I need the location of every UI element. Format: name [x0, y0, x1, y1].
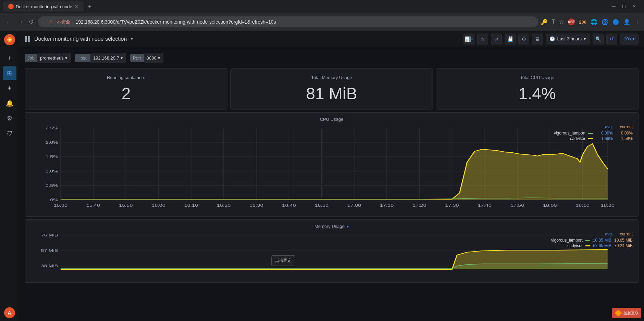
user-avatar[interactable]: A — [4, 307, 15, 318]
refresh-icon-button[interactable]: ↺ — [606, 34, 617, 44]
svg-text:18:10: 18:10 — [575, 203, 590, 207]
running-containers-value: 2 — [122, 84, 131, 103]
svg-text:38 MiB: 38 MiB — [41, 264, 58, 268]
watermark: 🔶 创新互联 — [612, 308, 641, 318]
active-tab[interactable]: Docker monitoring with node × — [3, 1, 84, 12]
address-input[interactable]: ⚠ 不安全 | 192.168.20.6:3000/d/TVvbeZ0Zk/do… — [38, 16, 538, 27]
memory-usage-panel: Total Memory Usage 81 MiB — [230, 68, 433, 110]
extension-icon-1[interactable]: 🌐 — [591, 19, 597, 25]
dashboard-dropdown-arrow[interactable]: ▾ — [131, 37, 133, 41]
port-select[interactable]: 8080 ▾ — [144, 53, 163, 63]
save-icon: 💾 — [507, 36, 513, 42]
grafana-app: + ⊞ ✦ 🔔 ⚙ 🛡 A — [0, 31, 644, 321]
forward-button[interactable]: → — [16, 17, 25, 27]
legend-avg-vigorous: 0.09% — [596, 131, 613, 136]
memory-legend-color-vigorous — [585, 240, 590, 241]
refresh-interval-button[interactable]: 10s ▾ — [620, 34, 639, 44]
legend-header: avg current — [544, 125, 633, 129]
search-button[interactable]: 🔍 — [593, 34, 604, 44]
refresh-interval-label: 10s — [624, 36, 631, 41]
memory-usage-value: 81 MiB — [306, 84, 357, 103]
legend-current-vigorous: 0.09% — [616, 131, 633, 136]
watermark-icon: 🔶 — [615, 309, 622, 317]
legend-color-vigorous — [588, 133, 593, 134]
host-dropdown-arrow: ▾ — [121, 55, 123, 61]
svg-text:17:50: 17:50 — [510, 203, 524, 207]
time-range-label: Last 3 hours — [557, 36, 582, 41]
close-button[interactable]: × — [633, 3, 636, 10]
sidebar-item-alerting[interactable]: 🔔 — [3, 97, 16, 110]
tab-close-button[interactable]: × — [75, 3, 78, 10]
svg-text:16:30: 16:30 — [249, 203, 263, 207]
new-tab-button[interactable]: + — [85, 2, 95, 11]
time-range-button[interactable]: 🕐 Last 3 hours ▾ — [546, 34, 590, 44]
refresh-interval-arrow: ▾ — [632, 36, 635, 41]
sidebar-item-dashboard[interactable]: ⊞ — [3, 66, 16, 80]
minimize-button[interactable]: ─ — [612, 3, 616, 10]
watermark-text: 创新互联 — [623, 311, 639, 316]
reload-button[interactable]: ↺ — [27, 17, 35, 27]
add-panel-button[interactable]: 📊+ — [463, 34, 474, 44]
svg-point-2 — [9, 39, 10, 40]
extension-icon-3[interactable]: 🔵 — [612, 19, 619, 25]
svg-text:0.5%: 0.5% — [46, 183, 58, 188]
dashboard-icon: ⊞ — [7, 69, 12, 77]
legend-avg-cadvisor: 1.69% — [596, 136, 613, 141]
sidebar-item-explore[interactable]: ✦ — [3, 81, 16, 95]
svg-text:15:40: 15:40 — [86, 203, 100, 207]
settings-button[interactable]: ⚙ — [518, 34, 529, 44]
sidebar-item-add[interactable]: + — [3, 51, 16, 65]
share-button[interactable]: ↗ — [491, 34, 502, 44]
job-label: Job — [25, 54, 37, 62]
menu-icon[interactable]: ⋮ — [634, 19, 640, 25]
clock-icon: 🕐 — [549, 36, 555, 41]
grafana-logo[interactable] — [3, 34, 16, 46]
memory-chart-panel: Memory Usage ▾ 76 MiB 57 MiB 38 MiB — [25, 219, 639, 283]
legend-name-vigorous: vigorous_lamport — [544, 131, 585, 136]
variable-bar: Job prometheus ▾ Host: 192.168.20.7 ▾ Po… — [25, 50, 639, 66]
maximize-button[interactable]: □ — [622, 3, 626, 10]
memory-legend-avg-cadvisor: 67.65 MiB — [593, 243, 611, 248]
cpu-usage-panel: Total CPU Usage 1.4% — [436, 68, 639, 110]
sidebar-item-shield[interactable]: 🛡 — [3, 127, 16, 140]
address-bar: ← → ↺ ⚠ 不安全 | 192.168.20.6:3000/d/TVvbeZ… — [0, 13, 644, 31]
tab-bar: Docker monitoring with node × + ─ □ × — [0, 0, 644, 13]
star-button[interactable]: ☆ — [477, 34, 488, 44]
monitor-icon: 🖥 — [535, 36, 540, 42]
dashboard-area: Job prometheus ▾ Host: 192.168.20.7 ▾ Po… — [19, 47, 644, 321]
back-button[interactable]: ← — [4, 17, 13, 27]
password-icon[interactable]: 🔑 — [541, 19, 548, 25]
cpu-chart-container: 2.5% 2.0% 1.5% 1.0% 0.5% 0% 15:30 15:40 … — [30, 125, 633, 214]
top-bar: Docker monitoring with node selection ▾ … — [19, 31, 644, 47]
legend-avg-label: avg — [605, 125, 611, 129]
translate-icon[interactable]: T — [552, 19, 555, 25]
browser-chrome: Docker monitoring with node × + ─ □ × ← … — [0, 0, 644, 31]
save-button[interactable]: 💾 — [505, 34, 516, 44]
memory-legend-current-cadvisor: 70.24 MiB — [614, 243, 633, 248]
svg-marker-51 — [61, 144, 608, 200]
bookmark-icon[interactable]: ☆ — [559, 19, 564, 25]
svg-text:1.5%: 1.5% — [46, 155, 58, 159]
job-select[interactable]: prometheus ▾ — [37, 53, 71, 63]
profile-icon[interactable]: 👤 — [623, 19, 630, 25]
legend-current-label: current — [620, 125, 633, 129]
svg-text:16:00: 16:00 — [151, 203, 165, 207]
bell-icon: 🔔 — [6, 100, 13, 107]
memory-chart-dropdown[interactable]: ▾ — [347, 224, 349, 229]
settings-icon: ⚙ — [522, 36, 526, 42]
sidebar-item-config[interactable]: ⚙ — [3, 112, 16, 125]
memory-chart-title-row: Memory Usage ▾ — [30, 224, 633, 229]
port-label: Port — [130, 54, 144, 62]
host-select[interactable]: 192.168.20.7 ▾ — [90, 53, 126, 63]
memory-legend-current-vigorous: 10.65 MiB — [614, 238, 633, 243]
memory-chart-legend: avg current vigorous_lamport 10.35 MiB 1… — [542, 232, 633, 249]
time-range-arrow: ▾ — [584, 36, 586, 41]
adblock-icon[interactable]: ABP — [568, 18, 575, 25]
cpu-chart-legend: avg current vigorous_lamport 0.09% 0.09%… — [544, 125, 633, 142]
address-text: 192.168.20.6:3000/d/TVvbeZ0Zk/docker-mon… — [75, 19, 276, 25]
running-containers-title: Running containers — [107, 75, 145, 80]
extension-icon-2[interactable]: 🌀 — [602, 19, 608, 25]
memory-chart-container: 76 MiB 57 MiB 38 MiB — [30, 232, 633, 280]
monitor-button[interactable]: 🖥 — [532, 34, 543, 44]
plus-icon: + — [8, 55, 11, 62]
